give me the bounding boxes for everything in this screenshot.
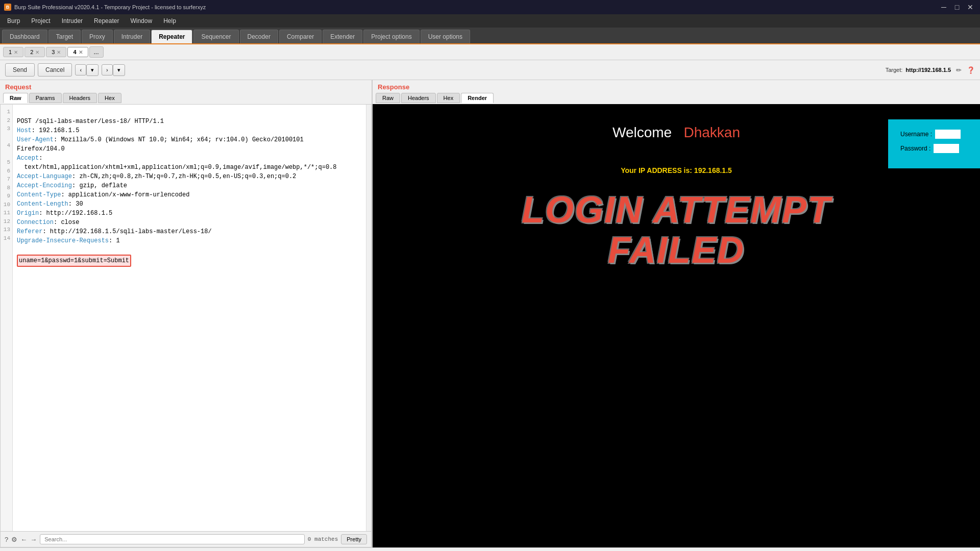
tab-intruder[interactable]: Intruder <box>114 30 150 43</box>
tab-proxy[interactable]: Proxy <box>82 30 113 43</box>
main-content: Request Raw Params Headers Hex 1 2 3 4 5… <box>0 80 980 547</box>
subtab-4-label: 4 <box>73 49 76 55</box>
matches-label: 0 matches <box>308 536 338 542</box>
request-search-bar: ? ⚙ ← → 0 matches Pretty <box>1 531 371 547</box>
response-tab-render[interactable]: Render <box>461 93 494 103</box>
subtab-2-label: 2 <box>30 49 33 55</box>
subtab-1[interactable]: 1 ✕ <box>3 47 23 57</box>
subtab-3-label: 3 <box>52 49 55 55</box>
tab-sequencer[interactable]: Sequencer <box>193 30 238 43</box>
subtab-1-label: 1 <box>9 49 12 55</box>
nav-bar: Dashboard Target Proxy Intruder Repeater… <box>0 28 980 44</box>
request-tabs: Raw Params Headers Hex <box>0 92 372 104</box>
response-tab-raw[interactable]: Raw <box>376 93 400 103</box>
welcome-text: Welcome <box>612 124 672 140</box>
back-arrow-icon[interactable]: ← <box>20 536 27 543</box>
login-attempt-line1: LOGIN ATTEMPT <box>522 189 831 230</box>
subtab-2[interactable]: 2 ✕ <box>24 47 45 57</box>
line-numbers: 1 2 3 4 5 6 7 8 9 10 11 12 13 14 <box>1 105 13 531</box>
response-render-area: Welcome Dhakkan Username : Password : <box>373 104 980 547</box>
subtab-2-close[interactable]: ✕ <box>35 49 39 55</box>
next-button[interactable]: › <box>102 64 113 76</box>
tab-user-options[interactable]: User options <box>421 30 470 43</box>
prev-button[interactable]: ‹ <box>75 64 86 76</box>
subtab-more[interactable]: ... <box>89 46 104 58</box>
subtab-3[interactable]: 3 ✕ <box>46 47 66 57</box>
send-button[interactable]: Send <box>5 63 35 77</box>
tab-repeater[interactable]: Repeater <box>151 30 192 43</box>
window-title: Burp Suite Professional v2020.4.1 - Temp… <box>14 4 206 10</box>
search-input[interactable] <box>40 534 305 544</box>
ip-address-text: Your IP ADDRESS is: 192.168.1.5 <box>621 166 732 174</box>
welcome-header: Welcome Dhakkan <box>612 124 740 141</box>
menu-burp[interactable]: Burp <box>2 16 25 26</box>
titlebar: B Burp Suite Professional v2020.4.1 - Te… <box>0 0 980 14</box>
response-tab-hex[interactable]: Hex <box>437 93 460 103</box>
edit-icon[interactable]: ✏ <box>956 66 962 74</box>
tab-decoder[interactable]: Decoder <box>240 30 278 43</box>
menubar: Burp Project Intruder Repeater Window He… <box>0 14 980 28</box>
menu-window[interactable]: Window <box>125 16 157 26</box>
request-tab-hex[interactable]: Hex <box>98 93 121 103</box>
subtab-1-close[interactable]: ✕ <box>14 49 18 55</box>
render-content: Welcome Dhakkan Username : Password : <box>373 104 980 547</box>
help-icon[interactable]: ❓ <box>967 66 975 74</box>
request-scrollbar[interactable] <box>366 105 371 531</box>
app-icon: B <box>4 4 11 11</box>
subtab-4[interactable]: 4 ✕ <box>67 47 88 57</box>
prev-dropdown[interactable]: ▾ <box>86 64 99 76</box>
tab-extender[interactable]: Extender <box>323 30 362 43</box>
highlighted-body: uname=1&passwd=1&submit=Submit <box>17 255 131 267</box>
welcome-name: Dhakkan <box>684 124 741 140</box>
request-code-text: POST /sqli-labs-master/Less-18/ HTTP/1.1… <box>13 105 366 531</box>
subtab-3-close[interactable]: ✕ <box>57 49 61 55</box>
request-title: Request <box>0 80 372 92</box>
username-input-display <box>935 130 961 139</box>
window-controls: ─ □ ✕ <box>938 2 976 13</box>
help-circle-icon[interactable]: ? <box>5 536 8 543</box>
target-url: http://192.168.1.5 <box>905 67 951 73</box>
request-code-area[interactable]: 1 2 3 4 5 6 7 8 9 10 11 12 13 14 <box>0 104 372 547</box>
repeater-toolbar: Send Cancel ‹ ▾ › ▾ Target: http://192.1… <box>0 60 980 80</box>
menu-repeater[interactable]: Repeater <box>89 16 124 26</box>
cancel-button[interactable]: Cancel <box>38 63 72 77</box>
request-tab-params[interactable]: Params <box>29 93 62 103</box>
password-label: Password : <box>900 145 930 152</box>
minimize-button[interactable]: ─ <box>938 2 949 13</box>
menu-help[interactable]: Help <box>158 16 181 26</box>
login-box: Username : Password : <box>888 119 980 168</box>
menu-project[interactable]: Project <box>26 16 55 26</box>
target-label: Target: <box>886 67 903 73</box>
close-button[interactable]: ✕ <box>965 2 976 13</box>
forward-arrow-icon[interactable]: → <box>30 536 37 543</box>
settings-icon[interactable]: ⚙ <box>11 536 17 543</box>
username-label: Username : <box>900 131 932 138</box>
tab-project-options[interactable]: Project options <box>363 30 419 43</box>
menu-intruder[interactable]: Intruder <box>57 16 88 26</box>
maximize-button[interactable]: □ <box>951 2 963 13</box>
response-tabs: Raw Headers Hex Render <box>373 92 980 104</box>
login-attempt-text: LOGIN ATTEMPT FAILED <box>522 190 831 270</box>
status-bar: Done 1,641 bytes | 2,039 millis <box>0 547 980 551</box>
response-panel: Response Raw Headers Hex Render Welcome … <box>373 80 980 547</box>
response-tab-headers[interactable]: Headers <box>401 93 436 103</box>
next-dropdown[interactable]: ▾ <box>113 64 125 76</box>
request-tab-raw[interactable]: Raw <box>3 93 28 103</box>
repeater-subtabs: 1 ✕ 2 ✕ 3 ✕ 4 ✕ ... <box>0 44 980 60</box>
password-input-display <box>934 144 959 153</box>
tab-target[interactable]: Target <box>48 30 81 43</box>
pretty-button[interactable]: Pretty <box>341 534 367 544</box>
response-title: Response <box>373 80 980 92</box>
request-panel: Request Raw Params Headers Hex 1 2 3 4 5… <box>0 80 373 547</box>
login-attempt-line2: FAILED <box>608 230 745 270</box>
subtab-4-close[interactable]: ✕ <box>79 49 83 55</box>
tab-dashboard[interactable]: Dashboard <box>2 30 47 43</box>
tab-comparer[interactable]: Comparer <box>279 30 322 43</box>
request-tab-headers[interactable]: Headers <box>63 93 97 103</box>
